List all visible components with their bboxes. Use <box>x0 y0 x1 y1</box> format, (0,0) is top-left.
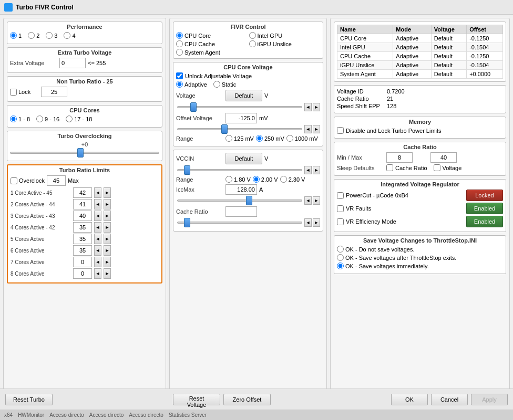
left-panel: Performance 1 2 3 4 Extra Turbo Voltage … <box>3 18 166 396</box>
turbo-up-0[interactable]: ► <box>104 187 111 198</box>
vccin-230[interactable]: 2.30 V <box>280 176 305 183</box>
vccin-default-btn[interactable]: Default <box>225 153 262 164</box>
turbo-oc-slider[interactable] <box>10 152 159 154</box>
fivr-table-body: CPU Core Adaptive Default -0.1250 Intel … <box>337 34 503 79</box>
offset-up-btn[interactable]: ► <box>313 125 320 133</box>
vrfaults-btn[interactable]: Enabled <box>466 203 503 214</box>
save-option-3[interactable]: OK - Save voltages immediately. <box>337 262 429 269</box>
vccin-down-btn[interactable]: ◄ <box>304 166 312 174</box>
reset-turbo-btn[interactable]: Reset Turbo <box>5 394 53 405</box>
turbo-input-4[interactable] <box>73 234 92 244</box>
cache-ratio-up-btn[interactable]: ► <box>313 218 320 227</box>
iccmax-input[interactable] <box>225 184 257 195</box>
fivr-igpu-unslice[interactable]: iGPU Unslice <box>249 40 321 47</box>
voltage-slider[interactable]: ◄ ► <box>176 103 320 111</box>
turbo-down-3[interactable]: ◄ <box>94 222 101 233</box>
cores-9-16[interactable]: 9 - 16 <box>36 116 59 122</box>
turbo-up-4[interactable]: ► <box>104 234 111 244</box>
iccmax-down-btn[interactable]: ◄ <box>304 196 312 205</box>
zero-offset-btn[interactable]: Zero Offset <box>223 394 271 405</box>
offset-down-btn[interactable]: ◄ <box>304 125 312 133</box>
iccmax-slider[interactable]: ◄ ► <box>176 196 320 205</box>
voltage-mode-row: Adaptive Static <box>176 81 320 88</box>
fivr-cpu-core[interactable]: CPU Core <box>176 32 248 39</box>
perf-option-2[interactable]: 2 <box>28 32 39 39</box>
perf-option-3[interactable]: 3 <box>46 32 57 39</box>
turbo-down-0[interactable]: ◄ <box>94 187 101 198</box>
fivr-intel-gpu[interactable]: Intel GPU <box>249 32 321 39</box>
turbo-up-7[interactable]: ► <box>104 268 111 279</box>
max-value-input[interactable] <box>430 152 457 163</box>
overclock-value-input[interactable] <box>47 175 66 186</box>
voltage-default-btn[interactable]: Default <box>225 90 262 101</box>
perf-option-4[interactable]: 4 <box>64 32 75 39</box>
vrfaults-checkbox[interactable] <box>337 205 344 212</box>
vreff-checkbox[interactable] <box>337 218 344 225</box>
turbo-up-5[interactable]: ► <box>104 245 111 256</box>
min-value-input[interactable] <box>386 152 413 163</box>
turbo-down-5[interactable]: ◄ <box>94 245 101 256</box>
range-1000[interactable]: 1000 mV <box>286 135 318 142</box>
turbo-input-1[interactable] <box>73 199 92 209</box>
ok-btn[interactable]: OK <box>391 394 428 405</box>
cache-ratio-check[interactable] <box>386 164 393 171</box>
fivr-system-agent[interactable]: System Agent <box>176 49 248 56</box>
turbo-down-2[interactable]: ◄ <box>94 211 101 221</box>
turbo-down-7[interactable]: ◄ <box>94 268 101 279</box>
turbo-down-6[interactable]: ◄ <box>94 257 101 267</box>
turbo-down-4[interactable]: ◄ <box>94 234 101 244</box>
perf-option-1[interactable]: 1 <box>10 32 22 39</box>
save-option-2[interactable]: OK - Save voltages after ThrottleStop ex… <box>337 254 456 261</box>
lock-checkbox-group[interactable]: Lock <box>10 89 39 96</box>
turbo-up-2[interactable]: ► <box>104 211 111 221</box>
cache-ratio-slider[interactable]: ◄ ► <box>176 218 320 227</box>
cancel-btn[interactable]: Cancel <box>431 394 468 405</box>
apply-btn[interactable]: Apply <box>471 394 508 405</box>
voltage-down-btn[interactable]: ◄ <box>304 103 312 111</box>
cache-ratio-down-btn[interactable]: ◄ <box>304 218 312 227</box>
cores-17-18[interactable]: 17 - 18 <box>66 116 92 122</box>
voltage-up-btn[interactable]: ► <box>313 103 320 111</box>
cache-ratio-mid-input[interactable] <box>225 206 257 217</box>
vccin-180[interactable]: 1.80 V <box>225 176 251 183</box>
vreff-btn[interactable]: Enabled <box>466 216 503 227</box>
turbo-input-6[interactable] <box>73 257 92 267</box>
overclock-checkbox-group[interactable]: Overclock <box>11 177 45 184</box>
turbo-input-7[interactable] <box>73 268 92 279</box>
offset-voltage-input[interactable] <box>225 113 257 123</box>
vccin-up-btn[interactable]: ► <box>313 166 320 174</box>
powercut-checkbox[interactable] <box>337 192 344 199</box>
voltage-id-row: Voltage ID 0.7200 <box>337 88 503 94</box>
turbo-up-6[interactable]: ► <box>104 257 111 267</box>
turbo-input-2[interactable] <box>73 211 92 221</box>
lock-checkbox[interactable] <box>10 89 17 96</box>
extra-voltage-input[interactable] <box>59 58 86 68</box>
adaptive-radio[interactable]: Adaptive <box>176 81 207 88</box>
voltage-check[interactable] <box>434 164 440 171</box>
iccmax-up-btn[interactable]: ► <box>313 196 320 205</box>
unlock-adj-checkbox[interactable] <box>176 72 183 79</box>
disable-lock-checkbox[interactable] <box>337 127 344 134</box>
non-turbo-header: Non Turbo Ratio - 25 <box>10 78 159 85</box>
range-125[interactable]: 125 mV <box>225 135 254 142</box>
turbo-input-3[interactable] <box>73 222 92 233</box>
turbo-input-0[interactable] <box>73 187 92 198</box>
turbo-up-1[interactable]: ► <box>104 199 111 209</box>
powercut-btn[interactable]: Locked <box>466 190 503 201</box>
turbo-down-1[interactable]: ◄ <box>94 199 101 209</box>
offset-voltage-slider[interactable]: ◄ ► <box>176 125 320 133</box>
turbo-up-3[interactable]: ► <box>104 222 111 233</box>
non-turbo-input[interactable] <box>41 87 67 97</box>
overclock-checkbox[interactable] <box>11 177 17 184</box>
ivr-section: Integrated Voltage Regulator PowerCut - … <box>334 179 506 232</box>
reset-voltage-btn[interactable]: Reset Voltage <box>173 394 220 405</box>
cores-1-8[interactable]: 1 - 8 <box>10 116 30 122</box>
fivr-cpu-cache[interactable]: CPU Cache <box>176 40 248 47</box>
save-option-1[interactable]: OK - Do not save voltages. <box>337 246 414 253</box>
range-250[interactable]: 250 mV <box>256 135 284 142</box>
turbo-input-5[interactable] <box>73 245 92 256</box>
vccin-slider[interactable]: ◄ ► <box>176 166 320 174</box>
static-radio[interactable]: Static <box>213 81 237 88</box>
vccin-200[interactable]: 2.00 V <box>253 176 278 183</box>
turbo-ratio-row-1: 2 Cores Active - 44 ◄ ► <box>11 199 159 209</box>
